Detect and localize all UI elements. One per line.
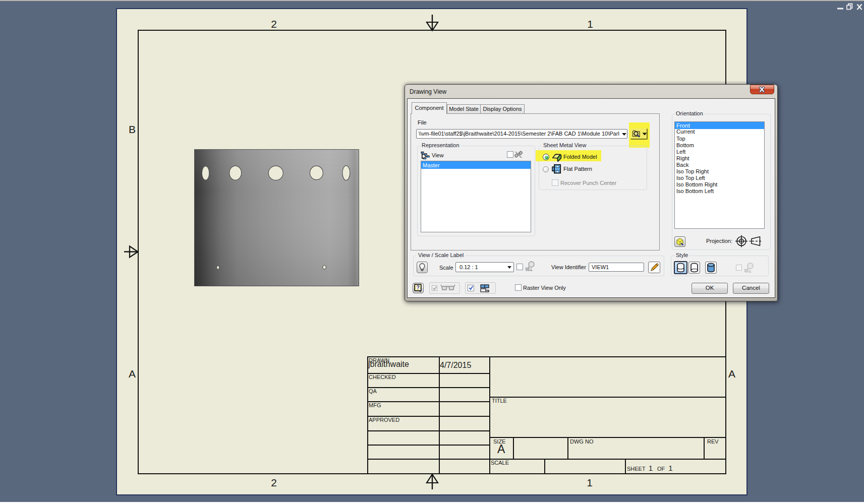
svg-text:?: ? (416, 284, 419, 290)
